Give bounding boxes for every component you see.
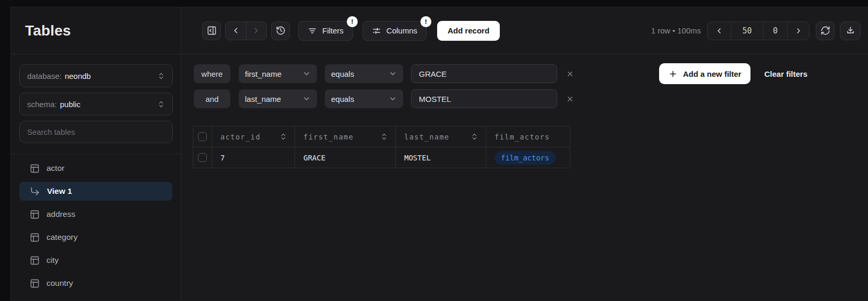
- table-icon: [30, 256, 40, 265]
- filter-column-select[interactable]: first_name: [239, 64, 317, 83]
- result-status: 1 row • 100ms: [651, 26, 701, 35]
- chevron-left-icon: [231, 26, 240, 35]
- page-title: Tables: [25, 22, 71, 39]
- filter-conjunction-chip: and: [194, 89, 230, 108]
- sidebar: Tables database: neondb schema: public a…: [11, 7, 181, 301]
- chevron-right-icon: [794, 27, 803, 35]
- plus-icon: [668, 70, 677, 78]
- data-grid: actor_idfirst_namelast_namefilm_actors 7…: [193, 126, 868, 168]
- sidebar-table-item[interactable]: actor: [19, 159, 172, 178]
- download-icon: [846, 26, 855, 36]
- add-filter-label: Add a new filter: [683, 70, 742, 78]
- forward-button[interactable]: [246, 22, 267, 40]
- page-offset-input[interactable]: 0: [763, 22, 787, 40]
- page-size-input[interactable]: 50: [731, 22, 763, 40]
- sidebar-table-item[interactable]: country: [19, 274, 172, 293]
- sidebar-item-label: View 1: [47, 187, 72, 196]
- table-icon: [30, 164, 40, 173]
- export-download-button[interactable]: [840, 21, 861, 40]
- columns-button[interactable]: Columns !: [362, 21, 427, 41]
- history-clock-icon: [276, 26, 286, 36]
- table-icon: [30, 233, 40, 242]
- sort-toggle-icon[interactable]: [380, 133, 388, 141]
- table-row: 7GRACEMOSTELfilm_actors: [193, 147, 570, 168]
- sidebar-item-label: actor: [46, 164, 64, 173]
- toolbar-right: 1 row • 100ms 50 0: [651, 21, 861, 40]
- filters-button-label: Filters: [322, 26, 344, 35]
- filter-operator-select[interactable]: equals: [325, 89, 403, 108]
- chevrons-up-down-icon: [157, 100, 165, 108]
- table-icon: [30, 279, 40, 288]
- database-select[interactable]: database: neondb: [19, 64, 173, 87]
- chevron-right-icon: [252, 26, 261, 35]
- search-tables-input[interactable]: [19, 121, 173, 143]
- panel-left-close-icon: [207, 26, 217, 36]
- select-all-checkbox[interactable]: [198, 132, 207, 141]
- filter-value-input[interactable]: [411, 89, 557, 108]
- refresh-icon: [820, 26, 830, 36]
- refresh-button[interactable]: [816, 21, 835, 40]
- sort-toggle-icon[interactable]: [279, 133, 287, 141]
- add-record-button[interactable]: Add record: [437, 21, 500, 41]
- main-panel: Filters ! Columns ! Add record 1 row • 1…: [181, 7, 868, 301]
- filter-value-input[interactable]: [411, 64, 557, 83]
- schema-select-value: public: [60, 100, 80, 109]
- pagination: 50 0: [707, 21, 810, 40]
- query-history-button[interactable]: [271, 21, 290, 40]
- sort-toggle-icon[interactable]: [471, 133, 478, 141]
- database-select-value: neondb: [65, 72, 91, 80]
- cell-last_name: MOSTEL: [396, 147, 486, 168]
- sidebar-item-label: address: [46, 210, 75, 219]
- back-button[interactable]: [226, 22, 246, 40]
- schema-select-label: schema:: [27, 100, 57, 109]
- cell-first_name: GRACE: [295, 147, 396, 168]
- collapse-sidebar-button[interactable]: [202, 21, 221, 40]
- schema-select[interactable]: schema: public: [19, 92, 173, 115]
- page-prev-button[interactable]: [708, 22, 731, 40]
- sidebar-view-item[interactable]: View 1: [19, 182, 172, 201]
- sidebar-item-label: category: [46, 233, 77, 242]
- filters-alert-badge: !: [347, 16, 358, 27]
- filter-operator-select[interactable]: equals: [325, 64, 403, 83]
- filter-row: and last_name equals: [194, 89, 868, 108]
- add-filter-button[interactable]: Add a new filter: [659, 63, 751, 84]
- row-checkbox[interactable]: [198, 153, 207, 162]
- column-header-label: first_name: [303, 133, 354, 141]
- columns-alert-badge: !: [420, 16, 431, 27]
- x-icon: [566, 95, 574, 103]
- sidebar-table-item[interactable]: city: [19, 251, 172, 270]
- table-icon: [30, 210, 40, 219]
- clear-filters-button[interactable]: Clear filters: [764, 70, 807, 78]
- sidebar-header: Tables: [11, 7, 181, 54]
- row-checkbox-cell: [193, 147, 212, 168]
- sidebar-table-item[interactable]: category: [19, 228, 172, 247]
- corner-down-right-icon: [30, 186, 40, 196]
- app-window: Tables database: neondb schema: public a…: [10, 7, 868, 301]
- remove-filter-button[interactable]: [562, 91, 577, 106]
- column-header-film_actors: film_actors: [486, 126, 570, 147]
- database-select-label: database:: [27, 72, 62, 80]
- relation-link[interactable]: film_actors: [495, 151, 556, 165]
- page-next-button[interactable]: [787, 22, 809, 40]
- remove-filter-button[interactable]: [562, 66, 577, 81]
- sidebar-table-item[interactable]: [19, 297, 172, 301]
- checkbox-header-cell: [193, 126, 212, 147]
- filter-column-select[interactable]: last_name: [239, 89, 317, 108]
- add-record-label: Add record: [448, 26, 489, 35]
- cell-film_actors: film_actors: [486, 147, 570, 168]
- x-icon: [566, 70, 574, 78]
- history-nav-group: [225, 21, 267, 40]
- sidebar-table-item[interactable]: address: [19, 205, 172, 224]
- toolbar: Filters ! Columns ! Add record 1 row • 1…: [181, 7, 868, 54]
- filter-actions: Add a new filter Clear filters: [659, 63, 807, 84]
- sidebar-item-label: country: [46, 279, 73, 288]
- filter-lines-icon: [308, 26, 317, 36]
- sidebar-body: database: neondb schema: public actor Vi…: [11, 54, 181, 301]
- chevrons-up-down-icon: [157, 72, 165, 80]
- table-list: actor View 1 address category city count…: [19, 154, 172, 301]
- filters-button[interactable]: Filters !: [298, 21, 353, 41]
- column-header-label: film_actors: [495, 133, 550, 141]
- column-header-label: actor_id: [220, 133, 261, 141]
- filter-panel: where first_name equals and last_name eq…: [181, 54, 868, 114]
- sidebar-item-label: city: [46, 256, 58, 265]
